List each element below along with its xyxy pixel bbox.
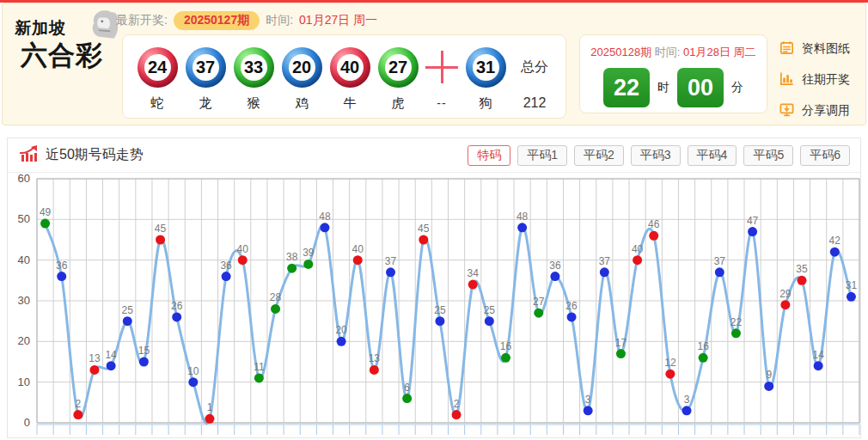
trend-chart: 0102030405060493621314251545261013640112…	[8, 173, 860, 437]
result-ball-col: 40 牛	[326, 41, 374, 113]
svg-text:13: 13	[89, 352, 101, 364]
latest-issue-badge: 20250127期	[174, 11, 260, 30]
svg-text:25: 25	[122, 304, 134, 316]
svg-text:50: 50	[18, 212, 30, 225]
link-label: 分享调用	[802, 103, 850, 119]
svg-text:11: 11	[254, 361, 265, 373]
svg-text:3: 3	[684, 394, 690, 406]
special-separator: --	[422, 41, 462, 113]
draw-results-box: 24 蛇 37 龙 33 猴 20 鸡 40 牛 27 虎 -- 31 狗	[122, 34, 566, 119]
ball-number: 20	[289, 54, 315, 81]
ball-number: 31	[473, 54, 499, 81]
link-data-charts[interactable]: 资料图纸	[779, 40, 850, 58]
trend-panel: 近50期号码走势 特码 平码1 平码2 平码3 平码4 平码5 平码6 0102…	[7, 138, 861, 438]
tab-normal-number-2[interactable]: 平码2	[574, 145, 624, 166]
svg-text:31: 31	[846, 279, 858, 291]
result-ball-col: 27 虎	[374, 41, 422, 113]
result-ball-col: 24 蛇	[133, 41, 181, 113]
tab-normal-number-5[interactable]: 平码5	[743, 145, 793, 166]
total-score-col: 总分 212	[512, 41, 557, 113]
svg-text:14: 14	[105, 349, 117, 361]
svg-text:48: 48	[517, 211, 529, 223]
trend-panel-header: 近50期号码走势 特码 平码1 平码2 平码3 平码4 平码5 平码6	[8, 138, 860, 173]
svg-text:16: 16	[500, 340, 512, 352]
svg-text:25: 25	[434, 304, 446, 316]
lottery-ball: 20	[282, 47, 322, 88]
link-share-embed[interactable]: 分享调用	[779, 101, 850, 120]
ball-number: 33	[241, 54, 267, 81]
ball-zodiac: 猴	[248, 93, 260, 113]
svg-text:3: 3	[585, 394, 591, 406]
link-past-draws[interactable]: 往期开奖	[779, 70, 850, 89]
svg-text:46: 46	[648, 218, 660, 230]
ball-zodiac: 鸡	[296, 93, 309, 113]
total-score-label: 总分	[521, 41, 548, 93]
svg-text:1: 1	[207, 401, 213, 413]
svg-text:2: 2	[76, 398, 82, 410]
countdown-blocks: 22 时 00 分	[589, 68, 758, 107]
svg-text:2: 2	[454, 398, 460, 410]
trend-icon	[18, 144, 39, 166]
next-draw-title: 20250128期 时间: 01月28日 周二	[589, 45, 758, 60]
next-draw-date: 01月28日 周二	[683, 46, 756, 58]
countdown-minutes-unit: 分	[731, 80, 743, 95]
svg-text:36: 36	[220, 260, 232, 272]
svg-text:9: 9	[766, 369, 772, 381]
latest-time-label: 时间:	[266, 13, 293, 28]
svg-text:13: 13	[369, 352, 381, 364]
svg-text:45: 45	[155, 223, 167, 235]
svg-text:34: 34	[468, 267, 480, 279]
svg-text:6: 6	[404, 382, 410, 394]
svg-text:25: 25	[484, 304, 496, 316]
next-draw-issue: 20250128期	[590, 46, 651, 58]
svg-text:29: 29	[779, 288, 792, 300]
site-logo[interactable]: 新加坡 六合彩	[15, 17, 119, 86]
tab-normal-number-6[interactable]: 平码6	[800, 145, 850, 166]
svg-text:48: 48	[319, 211, 331, 223]
svg-text:12: 12	[664, 357, 676, 369]
tab-normal-number-3[interactable]: 平码3	[631, 145, 681, 166]
lottery-ball: 40	[330, 47, 370, 88]
lottery-ball: 33	[234, 47, 274, 88]
ball-number: 40	[337, 54, 364, 81]
ball-zodiac: 龙	[199, 93, 212, 113]
svg-text:0: 0	[24, 416, 30, 429]
ball-number: 37	[193, 54, 219, 81]
svg-text:40: 40	[237, 243, 249, 255]
svg-text:17: 17	[615, 337, 627, 349]
latest-time-value: 01月27日 周一	[299, 13, 377, 28]
svg-text:40: 40	[18, 254, 30, 266]
svg-text:20: 20	[335, 324, 347, 336]
document-icon	[779, 40, 795, 58]
svg-text:36: 36	[56, 260, 68, 272]
plus-sub-label: --	[437, 93, 446, 113]
svg-text:36: 36	[549, 260, 561, 272]
svg-text:37: 37	[385, 255, 397, 267]
countdown-hours: 22	[603, 68, 650, 107]
quick-links: 资料图纸 往期开奖	[779, 40, 850, 120]
tab-special-number[interactable]: 特码	[468, 145, 510, 166]
svg-text:20: 20	[18, 334, 30, 347]
ball-zodiac: 狗	[480, 93, 492, 113]
results-header: 新加坡 六合彩 最新开奖: 20250127期 时间: 01月27日 周一 24…	[2, 3, 866, 125]
lottery-ball: 37	[186, 47, 226, 88]
countdown-minutes: 00	[677, 68, 724, 107]
svg-text:39: 39	[303, 247, 315, 259]
svg-text:22: 22	[730, 316, 743, 328]
svg-text:14: 14	[812, 349, 824, 361]
tab-normal-number-1[interactable]: 平码1	[517, 145, 567, 166]
special-ball-col: 31 狗	[462, 41, 510, 113]
svg-text:49: 49	[40, 206, 52, 218]
ball-zodiac: 虎	[392, 93, 405, 113]
link-label: 资料图纸	[802, 41, 850, 57]
ball-number: 27	[385, 54, 412, 81]
countdown-hours-unit: 时	[657, 80, 669, 95]
svg-text:26: 26	[565, 300, 578, 312]
trend-tabs: 特码 平码1 平码2 平码3 平码4 平码5 平码6	[468, 145, 850, 166]
svg-text:45: 45	[418, 223, 430, 235]
lottery-ball: 24	[138, 47, 178, 88]
latest-draw-label: 最新开奖:	[116, 13, 168, 28]
next-draw-countdown: 20250128期 时间: 01月28日 周二 22 时 00 分	[579, 34, 767, 113]
tab-normal-number-4[interactable]: 平码4	[688, 145, 737, 166]
plus-icon	[425, 51, 458, 83]
